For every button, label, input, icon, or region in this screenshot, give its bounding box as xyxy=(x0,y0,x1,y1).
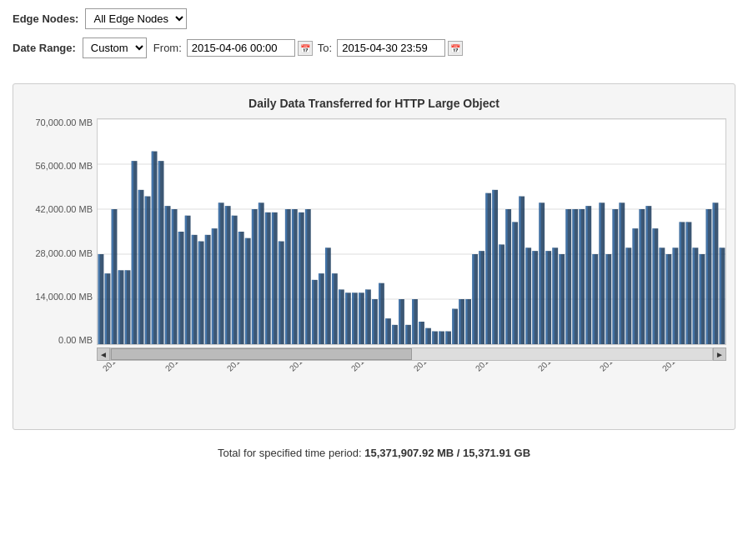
x-axis-label: 2015-04-12 xyxy=(474,362,536,376)
svg-rect-15 xyxy=(125,270,127,344)
svg-rect-151 xyxy=(579,209,580,344)
svg-rect-143 xyxy=(552,248,554,344)
from-calendar-icon[interactable]: 📅 xyxy=(298,41,313,56)
svg-rect-45 xyxy=(225,206,227,344)
svg-rect-65 xyxy=(292,209,294,344)
x-axis-label: 2015-04-06 xyxy=(101,362,163,376)
svg-rect-175 xyxy=(659,248,660,344)
svg-rect-41 xyxy=(212,228,213,344)
svg-rect-159 xyxy=(605,254,607,344)
chart-svg xyxy=(98,119,725,344)
y-axis: 0.00 MB14,000.00 MB28,000.00 MB42,000.00… xyxy=(22,118,97,345)
svg-rect-183 xyxy=(686,222,688,344)
svg-rect-17 xyxy=(132,161,133,344)
svg-rect-163 xyxy=(619,202,620,344)
svg-rect-69 xyxy=(305,209,307,344)
svg-rect-23 xyxy=(152,152,153,344)
svg-rect-85 xyxy=(359,292,360,344)
scrollbar-thumb[interactable] xyxy=(111,348,412,360)
controls-panel: Edge Nodes: All Edge Nodes Date Range: C… xyxy=(0,0,748,75)
svg-rect-129 xyxy=(505,209,507,344)
svg-rect-79 xyxy=(339,289,340,344)
scrollbar-area: ◄ ► xyxy=(97,348,726,361)
from-date-input[interactable] xyxy=(187,39,295,57)
svg-rect-63 xyxy=(285,209,287,344)
svg-rect-167 xyxy=(632,228,634,344)
svg-rect-61 xyxy=(279,242,280,344)
svg-rect-87 xyxy=(365,289,367,344)
svg-rect-21 xyxy=(145,197,147,344)
edge-nodes-row: Edge Nodes: All Edge Nodes xyxy=(13,8,735,29)
date-range-label: Date Range: xyxy=(13,42,76,54)
svg-rect-189 xyxy=(706,209,708,344)
svg-rect-97 xyxy=(399,299,400,344)
x-axis-label: 2015-04-15 xyxy=(660,362,723,376)
date-range-select[interactable]: Custom xyxy=(83,38,147,58)
svg-rect-171 xyxy=(645,206,647,344)
svg-rect-29 xyxy=(172,209,173,344)
svg-rect-125 xyxy=(492,190,494,344)
svg-rect-33 xyxy=(185,216,187,344)
svg-rect-93 xyxy=(385,318,387,344)
svg-rect-81 xyxy=(345,292,347,344)
svg-rect-165 xyxy=(625,248,627,344)
svg-rect-49 xyxy=(238,232,240,344)
date-range-row: Date Range: Custom From: 📅 To: 📅 xyxy=(13,38,735,58)
svg-rect-119 xyxy=(472,254,474,344)
scroll-right-button[interactable]: ► xyxy=(713,348,726,361)
scrollbar-track[interactable] xyxy=(110,348,713,361)
svg-rect-77 xyxy=(332,273,334,344)
svg-rect-71 xyxy=(312,280,314,344)
svg-rect-113 xyxy=(452,309,454,344)
total-label: Total for specified time period: xyxy=(218,447,362,459)
svg-rect-185 xyxy=(693,248,695,344)
svg-rect-59 xyxy=(272,212,274,344)
svg-rect-55 xyxy=(259,202,260,344)
edge-nodes-select[interactable]: All Edge Nodes xyxy=(85,8,187,29)
svg-rect-135 xyxy=(525,248,527,344)
svg-rect-153 xyxy=(585,206,587,344)
svg-rect-101 xyxy=(412,299,414,344)
svg-rect-109 xyxy=(439,332,440,344)
svg-rect-89 xyxy=(372,299,374,344)
svg-rect-75 xyxy=(325,248,327,344)
y-axis-label: 70,000.00 MB xyxy=(22,118,93,128)
svg-rect-9 xyxy=(105,273,107,344)
total-value: 15,371,907.92 MB / 15,371.91 GB xyxy=(364,447,530,459)
svg-rect-105 xyxy=(425,328,427,344)
svg-rect-7 xyxy=(98,254,100,344)
edge-nodes-label: Edge Nodes: xyxy=(13,12,78,25)
svg-rect-103 xyxy=(419,322,420,344)
svg-rect-115 xyxy=(459,299,460,344)
x-axis-label: 2015-04-08 xyxy=(225,362,288,376)
chart-area: 0.00 MB14,000.00 MB28,000.00 MB42,000.00… xyxy=(22,118,726,345)
svg-rect-99 xyxy=(405,325,407,344)
svg-rect-169 xyxy=(639,209,640,344)
svg-rect-47 xyxy=(232,216,233,344)
svg-rect-177 xyxy=(666,254,668,344)
svg-rect-181 xyxy=(680,222,681,344)
svg-rect-173 xyxy=(652,228,654,344)
svg-rect-157 xyxy=(599,202,600,344)
svg-rect-39 xyxy=(205,235,207,344)
x-axis-label: 2015-04-09 xyxy=(288,362,350,376)
svg-rect-145 xyxy=(559,254,560,344)
to-date-input[interactable] xyxy=(337,39,445,57)
svg-rect-139 xyxy=(539,202,540,344)
y-axis-label: 56,000.00 MB xyxy=(22,162,93,171)
x-axis: 2015-04-062015-04-072015-04-082015-04-09… xyxy=(97,362,726,421)
chart-inner xyxy=(97,118,726,345)
x-labels-container: 2015-04-062015-04-072015-04-082015-04-09… xyxy=(97,362,726,421)
x-axis-label: 2015-04-11 xyxy=(412,362,474,376)
to-calendar-icon[interactable]: 📅 xyxy=(448,41,463,56)
svg-rect-27 xyxy=(165,206,167,344)
svg-rect-95 xyxy=(392,325,394,344)
svg-rect-121 xyxy=(479,251,480,344)
y-axis-label: 14,000.00 MB xyxy=(22,292,93,302)
svg-rect-73 xyxy=(319,273,320,344)
chart-container: Daily Data Transferred for HTTP Large Ob… xyxy=(13,83,735,430)
svg-rect-31 xyxy=(178,232,180,344)
svg-rect-37 xyxy=(198,242,200,344)
scroll-left-button[interactable]: ◄ xyxy=(97,348,110,361)
svg-rect-43 xyxy=(218,202,220,344)
